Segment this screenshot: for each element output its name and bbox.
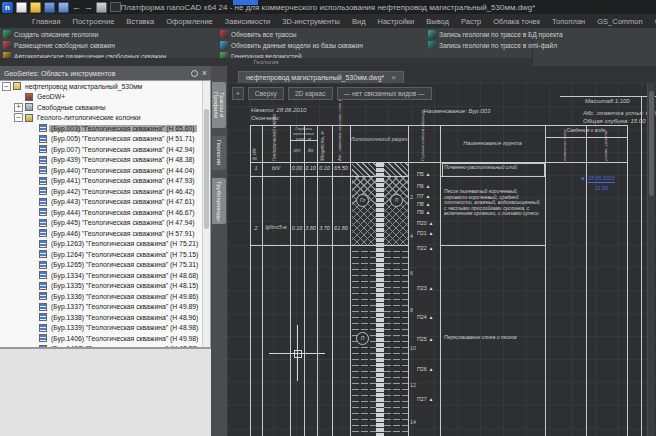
tree-borehole-item[interactable]: (Бур.1265) "Геологическая скважина" (Н 7… [0,260,210,271]
side-tab-геология[interactable]: Геология [212,136,226,170]
sample-mark-П25: П25▲ [417,336,433,342]
side-tab-трассы-и-профили[interactable]: Трассы и Профили [212,82,226,128]
tree-root-project[interactable]: –нефтепровод магистральный_530мм [0,81,210,92]
tree-borehole-item[interactable]: (Бур.1264) "Геологическая скважина" (Н 7… [0,249,210,260]
tree-item-label: (Бур.003) "Геологическая скважина" (Н 65… [49,125,197,132]
ribbon-button-update-model-from-wells-db[interactable]: Обновить данные модели из базы скважин [220,40,426,50]
table-hline [560,96,656,97]
viewport-control-1[interactable]: Сверху [248,87,284,100]
ribbon-tab-растр[interactable]: Растр [455,14,487,28]
litho-hatch-layer2-left [352,176,376,245]
ribbon-tab-вывод[interactable]: Вывод [420,14,455,28]
tree-node-2[interactable]: –Геолого-литологические колонки [0,113,210,124]
ribbon-tab-зависимости[interactable]: Зависимости [219,14,277,28]
tree-borehole-item[interactable]: (Бур.005) "Геологическая скважина" (Н 51… [0,134,210,145]
tree-borehole-item[interactable]: (Бур.1339) "Геологическая скважина" (Н 4… [0,323,210,334]
tree-borehole-item[interactable]: (Бур.1336) "Геологическая скважина" (Н 4… [0,291,210,302]
ribbon-tab-gs-trace[interactable]: GS_Trace [649,14,656,28]
tree-borehole-item[interactable]: (Бур.440) "Геологическая скважина" (Н 44… [0,165,210,176]
tree-borehole-item[interactable]: (Бур.003) "Геологическая скважина" (Н 65… [0,123,210,134]
depth-tick-12: 12 [410,382,416,388]
ribbon-tab-3d-инструменты[interactable]: 3D-инструменты [276,14,346,28]
sample-triangle-icon: ▲ [426,202,431,207]
document-tab[interactable]: нефтепровод магистральный_530мм.dwg* × [238,71,404,83]
tree-borehole-item[interactable]: (Бур.1263) "Геологическая скважина" (Н 7… [0,239,210,250]
row2-thickness: 3.70 [317,225,332,231]
ribbon-tab-gs-common[interactable]: GS_Common [591,14,648,28]
sample-label: П7 [417,193,424,199]
tree-scrollbar-thumb[interactable] [204,109,209,229]
col-header-from: от [290,148,304,153]
sample-mark-П24: П24▲ [417,314,433,320]
col-header-geo-index: Геологический индекс [272,126,277,161]
viewport-control-3[interactable]: — нет связанных видов — [337,87,432,100]
tree-item-label: (Бур.1264) "Геологическая скважина" (Н 7… [49,251,200,258]
tree-node-0[interactable]: GeoDW+ [0,92,210,103]
side-tab-трубопроводы[interactable]: Трубопроводы [212,178,226,224]
tree-borehole-item[interactable]: (Бур.446) "Геологическая скважина" (Н 57… [0,228,210,239]
borehole-icon [39,250,47,258]
ribbon-tab-топоплан[interactable]: Топоплан [546,14,591,28]
tree-borehole-item[interactable]: (Бур.445) "Геологическая скважина" (Н 47… [0,218,210,229]
ribbon-tab-вставка[interactable]: Вставка [120,14,160,28]
tree-borehole-item[interactable]: (Бур.443) "Геологическая скважина" (Н 47… [0,197,210,208]
tree-borehole-item[interactable]: (Бур.1335) "Геологическая скважина" (Н 4… [0,281,210,292]
drawing-canvas[interactable]: +Сверху2D каркас— нет связанных видов — … [227,83,656,436]
ribbon-tab-вид[interactable]: Вид [346,14,372,28]
tree-borehole-item[interactable]: (Бур.442) "Геологическая скважина" (Н 46… [0,186,210,197]
background-window-sliver [233,0,258,5]
tree-borehole-item[interactable]: (Бур.1338) "Геологическая скважина" (Н 4… [0,312,210,323]
ribbon-button-place-free-wells[interactable]: Размещение свободных скважин [3,40,215,50]
ribbon-button-write-geology-to-xml[interactable]: Запись геологии по трассе в xml-файл [428,40,532,50]
sample-triangle-icon: ▲ [429,337,434,342]
col-header-abs-bottom: Абс. отметка подошвы слоя, м [337,126,342,161]
borehole-icon [39,135,47,143]
document-tab-close-icon[interactable]: × [391,74,396,81]
litho-symbol-Гл: Гл [356,194,369,207]
ribbon-button-write-geology-to-project-db[interactable]: Запись геологии по трассе в БД проекта [428,29,532,39]
close-icon[interactable]: × [202,69,207,78]
ribbon-tab-главная[interactable]: Главная [26,14,67,28]
borehole-icon [39,198,47,206]
tree-scrollbar[interactable] [202,81,210,347]
canvas-column: нефтепровод магистральный_530мм.dwg* × +… [227,66,656,436]
viewport-control-0[interactable]: + [232,87,244,100]
col-header-num: № п/п [252,127,257,161]
sample-mark-П9: П9▲ [417,209,430,215]
tree-item-label: (Бур.442) "Геологическая скважина" (Н 46… [49,188,197,195]
tree-item-label: GeoDW+ [35,93,67,100]
tree-borehole-item[interactable]: (Бур.1407) "Геологическая скважина" (Н 4… [0,344,210,349]
collapse-icon[interactable]: – [2,82,11,91]
col-header-water-level: устан. уровень [603,139,608,161]
expand-icon[interactable]: + [14,103,23,112]
tree-item-label: (Бур.444) "Геологическая скважина" (Н 46… [49,209,197,216]
ribbon-tab-облака-точек[interactable]: Облака точек [487,14,546,28]
tree-borehole-item[interactable]: (Бур.1337) "Геологическая скважина" (Н 4… [0,302,210,313]
viewport-controls: +Сверху2D каркас— нет связанных видов — [232,87,432,100]
row3-soil: Переслаивание слоев и песков [444,335,543,341]
tree-borehole-item[interactable]: (Бур.1334) "Геологическая скважина" (Н 4… [0,270,210,281]
sample-triangle-icon: ▲ [429,315,434,320]
water-date: 28.06.2010 [588,175,615,183]
ribbon-button-create-geology-description[interactable]: Создать описание геологии [3,29,215,39]
tree-borehole-item[interactable]: (Бур.007) "Геологическая скважина" (Н 42… [0,144,210,155]
ribbon-button-refresh-all-traces[interactable]: Обновить все трассы [220,29,426,39]
tree-item-label: Геолого-литологические колонки [35,114,143,121]
tree-item-label: (Бур.446) "Геологическая скважина" (Н 57… [49,230,197,237]
ribbon-tab-построение[interactable]: Построение [67,14,121,28]
ribbon-tab-настройки[interactable]: Настройки [372,14,421,28]
table-vline [250,125,251,436]
pin-icon[interactable] [191,70,198,77]
sample-mark-П7: П7▲ [417,193,430,199]
tree-borehole-item[interactable]: (Бур.1406) "Геологическая скважина" (Н 4… [0,333,210,344]
viewport-control-2[interactable]: 2D каркас [288,87,333,100]
tree-borehole-item[interactable]: (Бур.441) "Геологическая скважина" (Н 47… [0,176,210,187]
sheet-border-vline [641,96,642,436]
tree-node-1[interactable]: +Свободные скважины [0,102,210,113]
ribbon-tab-оформление[interactable]: Оформление [160,14,219,28]
canvas-scrollbar-thumb[interactable] [649,91,654,196]
canvas-scrollbar[interactable] [647,83,655,436]
tree-borehole-item[interactable]: (Бур.439) "Геологическая скважина" (Н 48… [0,155,210,166]
collapse-icon[interactable]: – [14,113,23,122]
tree-borehole-item[interactable]: (Бур.444) "Геологическая скважина" (Н 46… [0,207,210,218]
